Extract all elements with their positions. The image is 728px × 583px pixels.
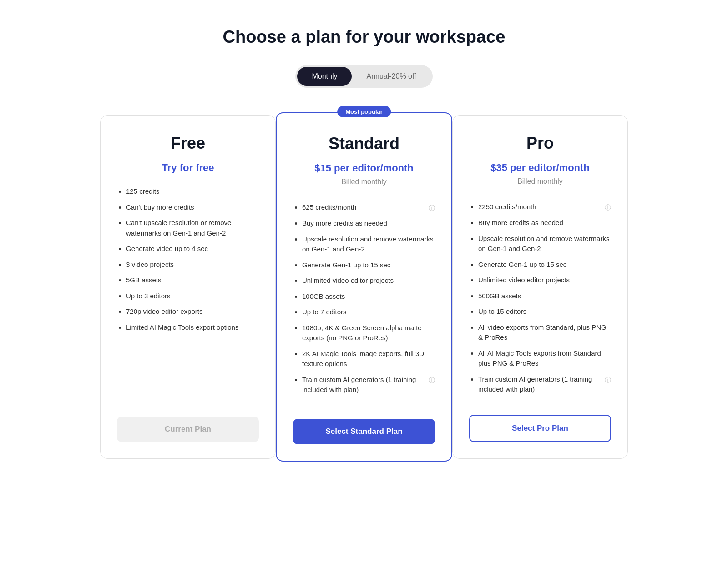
pro-info-icon-1: ⓘ (605, 203, 611, 212)
pro-feature-1: 2250 credits/month ⓘ (478, 202, 611, 212)
pro-feature-3: Upscale resolution and remove watermarks… (478, 234, 611, 254)
standard-plan-button[interactable]: Select Standard Plan (293, 419, 435, 444)
pro-features-list: 2250 credits/month ⓘ Buy more credits as… (469, 202, 611, 400)
free-feature-3: Can't upscale resolution or remove water… (126, 218, 259, 238)
free-feature-9: Limited AI Magic Tools export options (126, 322, 259, 333)
billing-toggle: Monthly Annual-20% off (295, 65, 432, 88)
pro-plan-billing: Billed monthly (469, 177, 611, 186)
standard-features-list: 625 credits/month ⓘ Buy more credits as … (293, 202, 435, 404)
plan-card-free: Free Try for free 125 credits Can't buy … (100, 115, 276, 459)
pro-feature-6: 500GB assets (478, 291, 611, 302)
standard-feature-9: 2K AI Magic Tools image exports, full 3D… (302, 349, 435, 369)
free-feature-8: 720p video editor exports (126, 307, 259, 317)
standard-plan-price: $15 per editor/month (293, 162, 435, 174)
standard-feature-6: 100GB assets (302, 292, 435, 302)
free-feature-6: 5GB assets (126, 275, 259, 286)
pro-feature-4: Generate Gen-1 up to 15 sec (478, 260, 611, 270)
pro-plan-name: Pro (469, 134, 611, 153)
free-feature-2: Can't buy more credits (126, 202, 259, 213)
standard-feature-4: Generate Gen-1 up to 15 sec (302, 260, 435, 271)
standard-feature-7: Up to 7 editors (302, 307, 435, 317)
standard-plan-billing: Billed monthly (293, 178, 435, 186)
pro-plan-price: $35 per editor/month (469, 162, 611, 174)
pro-feature-5: Unlimited video editor projects (478, 275, 611, 286)
pro-info-icon-2: ⓘ (605, 375, 611, 385)
pro-feature-9: All AI Magic Tools exports from Standard… (478, 348, 611, 369)
annual-toggle[interactable]: Annual-20% off (352, 67, 430, 86)
info-icon-1: ⓘ (429, 203, 435, 213)
standard-feature-1: 625 credits/month ⓘ (302, 202, 435, 213)
pro-feature-8: All video exports from Standard, plus PN… (478, 322, 611, 343)
pro-feature-10: Train custom AI generators (1 training i… (478, 374, 611, 395)
standard-feature-2: Buy more credits as needed (302, 218, 435, 229)
monthly-toggle[interactable]: Monthly (297, 67, 352, 86)
page-title: Choose a plan for your workspace (223, 27, 506, 47)
standard-feature-8: 1080p, 4K & Green Screen alpha matte exp… (302, 323, 435, 343)
standard-feature-3: Upscale resolution and remove watermarks… (302, 234, 435, 255)
free-plan-button: Current Plan (117, 417, 259, 442)
most-popular-badge: Most popular (337, 106, 391, 117)
free-plan-price: Try for free (117, 162, 259, 174)
standard-feature-10: Train custom AI generators (1 training i… (302, 375, 435, 395)
free-feature-4: Generate video up to 4 sec (126, 244, 259, 254)
pro-feature-7: Up to 15 editors (478, 307, 611, 317)
plan-card-pro: Pro $35 per editor/month Billed monthly … (452, 115, 628, 459)
standard-feature-5: Unlimited video editor projects (302, 276, 435, 286)
free-plan-name: Free (117, 134, 259, 153)
free-feature-5: 3 video projects (126, 260, 259, 270)
pro-feature-2: Buy more credits as needed (478, 218, 611, 228)
plan-card-standard: Most popular Standard $15 per editor/mon… (276, 112, 452, 462)
free-feature-7: Up to 3 editors (126, 291, 259, 302)
plans-container: Free Try for free 125 credits Can't buy … (100, 115, 628, 459)
pro-plan-button[interactable]: Select Pro Plan (469, 415, 611, 442)
standard-plan-name: Standard (293, 134, 435, 153)
free-feature-1: 125 credits (126, 186, 259, 197)
info-icon-2: ⓘ (429, 376, 435, 385)
free-features-list: 125 credits Can't buy more credits Can't… (117, 186, 259, 402)
